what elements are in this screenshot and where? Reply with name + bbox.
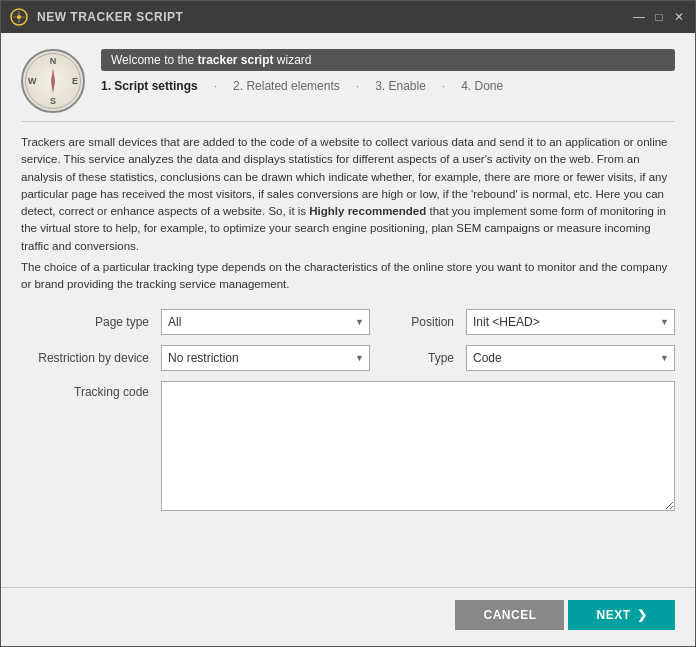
next-arrow-icon: ❯ xyxy=(637,608,648,622)
type-label: Type xyxy=(386,351,466,365)
main-content: N S E W Welcome to the tracker script wi… xyxy=(1,33,695,587)
window-title: NEW TRACKER SCRIPT xyxy=(37,10,631,24)
cancel-button[interactable]: CANCEL xyxy=(455,600,564,630)
type-select[interactable]: Code Image Iframe xyxy=(466,345,675,371)
description-text: Trackers are small devices that are adde… xyxy=(21,121,675,293)
position-select[interactable]: Init <HEAD> End <HEAD> Init <BODY> End <… xyxy=(466,309,675,335)
wizard-title-suffix: wizard xyxy=(274,53,312,67)
page-type-label: Page type xyxy=(21,315,161,329)
wizard-header: N S E W Welcome to the tracker script wi… xyxy=(21,49,675,113)
restriction-label: Restriction by device xyxy=(21,351,161,365)
close-button[interactable]: ✕ xyxy=(671,9,687,25)
tracking-code-row: Tracking code xyxy=(21,381,675,511)
desc-bold: Highly recommended xyxy=(309,205,426,217)
app-icon xyxy=(9,7,29,27)
svg-point-1 xyxy=(17,15,21,19)
step-3: 3. Enable xyxy=(375,79,426,93)
title-bar: NEW TRACKER SCRIPT — □ ✕ xyxy=(1,1,695,33)
form-section: Page type All Home Category Product Cart… xyxy=(21,309,675,587)
step-1: 1. Script settings xyxy=(101,79,198,93)
step-2: 2. Related elements xyxy=(233,79,340,93)
next-label: NEXT xyxy=(596,608,630,622)
tracking-code-label: Tracking code xyxy=(21,381,161,399)
footer: CANCEL NEXT ❯ xyxy=(1,587,695,646)
wizard-title-badge: Welcome to the tracker script wizard xyxy=(101,49,675,71)
restriction-select-wrapper: No restriction Desktop only Mobile only xyxy=(161,345,370,371)
type-select-wrapper: Code Image Iframe xyxy=(466,345,675,371)
next-button[interactable]: NEXT ❯ xyxy=(568,600,675,630)
main-window: NEW TRACKER SCRIPT — □ ✕ N S E W xyxy=(0,0,696,647)
window-controls: — □ ✕ xyxy=(631,9,687,25)
form-row-1: Page type All Home Category Product Cart… xyxy=(21,309,675,335)
page-type-select-wrapper: All Home Category Product Cart Checkout xyxy=(161,309,370,335)
position-select-wrapper: Init <HEAD> End <HEAD> Init <BODY> End <… xyxy=(466,309,675,335)
restriction-select[interactable]: No restriction Desktop only Mobile only xyxy=(161,345,370,371)
tracking-code-textarea[interactable] xyxy=(161,381,675,511)
page-type-select[interactable]: All Home Category Product Cart Checkout xyxy=(161,309,370,335)
step-4: 4. Done xyxy=(461,79,503,93)
minimize-button[interactable]: — xyxy=(631,9,647,25)
maximize-button[interactable]: □ xyxy=(651,9,667,25)
desc-text-3: The choice of a particular tracking type… xyxy=(21,261,667,290)
wizard-title-area: Welcome to the tracker script wizard 1. … xyxy=(101,49,675,93)
position-label: Position xyxy=(386,315,466,329)
wizard-title-prefix: Welcome to the xyxy=(111,53,197,67)
compass-icon: N S E W xyxy=(21,49,85,113)
form-row-2: Restriction by device No restriction Des… xyxy=(21,345,675,371)
wizard-title-bold: tracker script xyxy=(197,53,273,67)
wizard-steps: 1. Script settings · 2. Related elements… xyxy=(101,79,675,93)
